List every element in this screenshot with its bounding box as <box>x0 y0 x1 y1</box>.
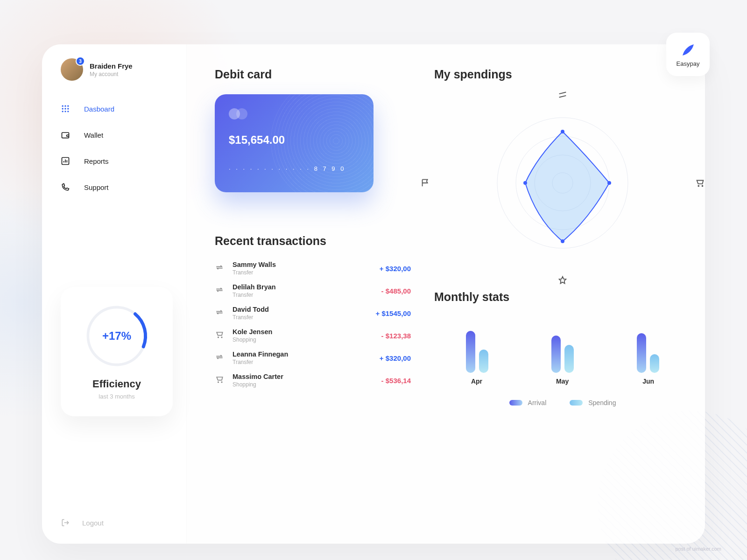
transaction-row[interactable]: Kole JensenShopping- $123,38 <box>215 328 411 343</box>
legend-spending: Spending <box>570 399 616 406</box>
legend-arrival: Arrival <box>509 399 547 406</box>
flag-icon <box>420 178 430 188</box>
logout-button[interactable]: Logout <box>61 518 104 527</box>
transaction-name: Massimo Carter <box>233 373 373 380</box>
nav-item-wallet[interactable]: Wallet <box>61 130 172 140</box>
transaction-row[interactable]: Sammy WallsTransfer+ $320,00 <box>215 261 411 276</box>
transactions-list: Sammy WallsTransfer+ $320,00Delilah Brya… <box>215 261 411 388</box>
transaction-name: Kole Jensen <box>233 328 373 336</box>
bar-arrival <box>637 333 646 373</box>
transaction-row[interactable]: Leanna FinneganTransfer+ $320,00 <box>215 350 411 365</box>
svg-point-3 <box>62 108 63 109</box>
transaction-row[interactable]: Delilah BryanTransfer- $485,00 <box>215 283 411 298</box>
svg-point-7 <box>64 111 66 112</box>
nav: Dasboard Wallet Reports Support <box>61 104 172 192</box>
transaction-amount: + $320,00 <box>380 265 411 273</box>
transfer-icon <box>215 285 224 296</box>
bar-spending <box>564 345 574 373</box>
transactions-heading: Recent transactions <box>215 234 411 248</box>
svg-point-4 <box>64 108 66 109</box>
debit-heading: Debit card <box>215 68 411 81</box>
transaction-type: Shopping <box>233 336 373 343</box>
bar-arrival <box>466 331 475 373</box>
wallet-icon <box>61 130 70 140</box>
chart-icon <box>61 156 70 166</box>
transfer-icon <box>215 263 224 274</box>
profile-name: Braiden Frye <box>90 62 133 70</box>
logout-label: Logout <box>82 519 104 527</box>
efficiency-ring: +17% <box>84 303 149 369</box>
efficiency-value: +17% <box>84 303 149 369</box>
efficiency-subtitle: last 3 months <box>70 393 163 400</box>
month-label: Apr <box>471 378 482 385</box>
month-label: May <box>556 378 569 385</box>
bar-arrival <box>551 336 561 373</box>
month-label: Jun <box>642 378 654 385</box>
svg-point-6 <box>62 111 63 112</box>
month-group <box>551 336 574 373</box>
efficiency-card: +17% Efficiency last 3 months <box>61 287 173 416</box>
monthly-heading: Monthly stats <box>434 290 691 304</box>
watermark: post of uimaker.com <box>676 546 721 552</box>
nav-item-dashboard[interactable]: Dasboard <box>61 104 172 113</box>
nav-item-reports[interactable]: Reports <box>61 156 172 166</box>
mastercard-icon <box>229 108 359 119</box>
nav-label: Reports <box>84 157 109 165</box>
debit-card[interactable]: $15,654.00 · · · · · · · · · · · · 8 7 9… <box>215 94 374 192</box>
svg-point-17 <box>561 130 564 133</box>
nav-label: Wallet <box>84 131 103 139</box>
svg-point-0 <box>62 105 63 107</box>
monthly-chart: AprMayJun Arrival Spending <box>434 317 691 406</box>
brand-badge: Easypay <box>666 33 710 76</box>
phone-icon <box>61 182 70 192</box>
spendings-heading: My spendings <box>434 68 691 81</box>
bar-spending <box>650 354 659 373</box>
transaction-name: Leanna Finnegan <box>233 350 371 358</box>
nav-label: Support <box>84 183 109 191</box>
svg-point-5 <box>67 108 69 109</box>
transaction-amount: + $320,00 <box>380 354 411 362</box>
rocket-icon <box>680 42 697 58</box>
transfer-icon <box>215 352 224 364</box>
transaction-type: Transfer <box>233 359 371 365</box>
card-balance: $15,654.00 <box>229 133 359 147</box>
nav-item-support[interactable]: Support <box>61 182 172 192</box>
spendings-chart <box>434 94 691 272</box>
brand-name: Easypay <box>677 60 700 67</box>
transaction-name: Delilah Bryan <box>233 283 373 291</box>
cart-icon <box>695 178 705 188</box>
transaction-type: Transfer <box>233 292 373 298</box>
svg-point-20 <box>523 181 527 185</box>
transaction-type: Transfer <box>233 314 367 321</box>
transfer-icon <box>557 90 568 100</box>
nav-label: Dasboard <box>84 105 114 113</box>
efficiency-title: Efficiency <box>70 378 163 390</box>
cart-icon <box>215 375 224 386</box>
transaction-type: Transfer <box>233 269 371 276</box>
cart-icon <box>215 330 224 341</box>
main: Debit card $15,654.00 · · · · · · · · · … <box>187 44 705 544</box>
profile[interactable]: 3 Braiden Frye My account <box>61 58 172 81</box>
logout-icon <box>61 518 70 527</box>
transaction-name: Sammy Walls <box>233 261 371 268</box>
avatar: 3 <box>61 58 83 81</box>
transaction-row[interactable]: David ToddTransfer+ $1545,00 <box>215 306 411 321</box>
profile-subtitle: My account <box>90 71 133 77</box>
grid-icon <box>61 104 70 113</box>
avatar-badge: 3 <box>76 56 85 66</box>
card-number: · · · · · · · · · · · · 8 7 9 0 <box>229 165 359 172</box>
transaction-amount: - $485,00 <box>381 287 411 295</box>
month-group <box>637 333 659 373</box>
svg-point-1 <box>64 105 66 107</box>
star-icon <box>557 275 568 286</box>
bar-spending <box>479 350 488 373</box>
transaction-amount: - $536,14 <box>381 377 411 385</box>
transaction-row[interactable]: Massimo CarterShopping- $536,14 <box>215 373 411 388</box>
transaction-name: David Todd <box>233 306 367 313</box>
svg-point-19 <box>561 239 564 243</box>
svg-point-18 <box>607 181 611 185</box>
transaction-amount: + $1545,00 <box>376 309 411 317</box>
sidebar: 3 Braiden Frye My account Dasboard Walle… <box>42 44 187 544</box>
svg-point-2 <box>67 105 69 107</box>
transaction-amount: - $123,38 <box>381 332 411 340</box>
